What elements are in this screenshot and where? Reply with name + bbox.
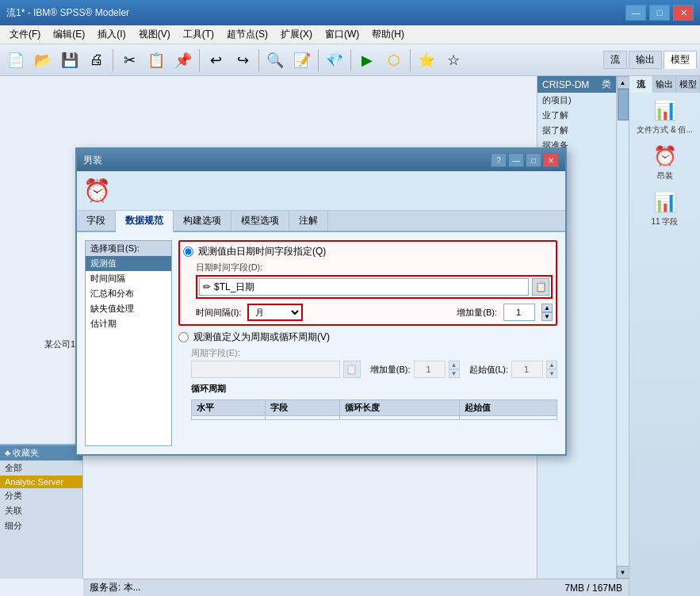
new-button[interactable]: 📄 <box>3 48 29 73</box>
dialog-tab-field[interactable]: 字段 <box>77 211 116 231</box>
dialog-title-bar: 男装 ? — □ ✕ <box>77 149 565 171</box>
date-field-input[interactable]: ✏ $TL_日期 <box>199 278 529 296</box>
increment-up-button[interactable]: ▲ <box>541 304 553 312</box>
dialog-tab-annotation[interactable]: 注解 <box>289 211 328 231</box>
menu-help[interactable]: 帮助(H) <box>365 26 411 43</box>
list-item-observe[interactable]: 观测值 <box>86 256 171 271</box>
dialog-left-list: 选择项目(S): 观测值 时间间隔 汇总和分布 缺失值处理 估计期 <box>85 240 172 446</box>
list-item-time-interval[interactable]: 时间间隔 <box>86 271 171 286</box>
cycle-table: 水平 字段 循环长度 起始值 <box>191 399 557 420</box>
dialog-tab-data-spec[interactable]: 数据规范 <box>116 211 174 232</box>
star-button[interactable]: ⭐ <box>414 48 439 73</box>
date-field-button[interactable]: 📋 <box>532 278 549 296</box>
tab-model[interactable]: 模型 <box>664 51 697 69</box>
menu-supernode[interactable]: 超节点(S) <box>220 26 274 43</box>
paste-button[interactable]: 📌 <box>170 48 196 73</box>
menu-window[interactable]: 窗口(W) <box>319 26 365 43</box>
copy-button[interactable]: 📋 <box>143 48 169 73</box>
save-button[interactable]: 💾 <box>57 48 82 73</box>
radio-row-1: 观测值由日期时间字段指定(Q) <box>183 245 553 258</box>
dialog-title-buttons[interactable]: ? — □ ✕ <box>491 153 559 167</box>
cut-button[interactable]: ✂ <box>117 48 142 73</box>
col-field: 字段 <box>266 400 339 416</box>
time-interval-label: 时间间隔(I): <box>196 307 241 319</box>
start-input <box>511 361 543 378</box>
menu-view[interactable]: 视图(V) <box>132 26 177 43</box>
dialog-overlay: 男装 ? — □ ✕ ⏰ 字段 数据规范 构建选项 <box>0 76 629 596</box>
increment-label: 增加量(B): <box>457 307 497 319</box>
col-level: 水平 <box>192 400 266 416</box>
tab-output[interactable]: 输出 <box>629 51 662 69</box>
tab-output[interactable]: 输出 <box>653 76 677 93</box>
toolbar-separator-2 <box>199 49 200 71</box>
list-item-estimate[interactable]: 估计期 <box>86 316 171 331</box>
period-field-row: 📋 增加量(B): ▲ ▼ 起始值(L): ▲ <box>191 361 557 378</box>
radio-observe-period[interactable] <box>178 332 189 342</box>
radio-observe-date[interactable] <box>183 246 193 257</box>
menu-tools[interactable]: 工具(T) <box>177 26 220 43</box>
list-item-missing[interactable]: 缺失值处理 <box>86 301 171 316</box>
radio-row-2: 观测值定义为周期或循环周期(V) <box>178 330 557 344</box>
increment-down-button[interactable]: ▼ <box>541 312 553 321</box>
table-row <box>192 416 557 420</box>
gem-button[interactable]: 💎 <box>322 48 347 73</box>
start-label: 起始值(L): <box>469 364 509 376</box>
tab-flow[interactable]: 流 <box>603 51 627 69</box>
col-cycle-length: 循环长度 <box>339 400 460 416</box>
title-bar-controls[interactable]: — □ ✕ <box>625 5 694 21</box>
search-button[interactable]: 🔍 <box>262 48 288 73</box>
menu-file[interactable]: 文件(F) <box>3 26 47 43</box>
start-inc-up: ▲ <box>546 361 557 369</box>
toolbar-separator-6 <box>410 49 411 71</box>
menu-extension[interactable]: 扩展(X) <box>274 26 319 43</box>
dialog-minimize-button[interactable]: — <box>508 153 524 167</box>
tab-model[interactable]: 模型 <box>676 76 700 93</box>
dialog-close-button[interactable]: ✕ <box>543 153 559 167</box>
dialog-nanzhuang: 男装 ? — □ ✕ ⏰ 字段 数据规范 构建选项 <box>75 147 567 456</box>
dialog-help-button[interactable]: ? <box>491 153 507 167</box>
radio-observe-period-label: 观测值定义为周期或循环周期(V) <box>193 330 330 344</box>
list-item-aggregate[interactable]: 汇总和分布 <box>86 286 171 301</box>
fileformat-label: 文件方式 & 佰... <box>637 124 693 136</box>
right-panel: 流 输出 模型 📊 文件方式 & 佰... ⏰ 昂装 📊 11 字段 <box>629 76 700 596</box>
window-title: 流1* - IBM® SPSS® Modeler <box>6 6 625 20</box>
maximize-button[interactable]: □ <box>649 5 670 21</box>
dialog-icon-area: ⏰ <box>77 171 565 211</box>
dialog-tabs: 字段 数据规范 构建选项 模型选项 注解 <box>77 211 565 232</box>
print-button[interactable]: 🖨 <box>84 48 109 73</box>
mode-icon: ⏰ <box>651 142 679 170</box>
menu-bar: 文件(F) 编辑(E) 插入(I) 视图(V) 工具(T) 超节点(S) 扩展(… <box>0 25 700 44</box>
minimize-button[interactable]: — <box>625 5 646 21</box>
stop-button[interactable]: ⬡ <box>381 48 407 73</box>
undo-button[interactable]: ↩ <box>203 48 228 73</box>
run-button[interactable]: ▶ <box>354 48 380 73</box>
radio-observe-date-label: 观测值由日期时间字段指定(Q) <box>198 245 326 258</box>
bookmark-button[interactable]: ☆ <box>441 48 466 73</box>
canvas-area[interactable]: 📄 某公司10年间服装销售数据.sav填充 ⊕ 类型 🕐 <box>0 76 629 596</box>
dialog-tab-model-options[interactable]: 模型选项 <box>231 211 289 231</box>
panel-item-fields[interactable]: 📊 11 字段 <box>633 188 697 227</box>
section-label: 选择项目(S): <box>86 241 171 256</box>
dialog-maximize-button[interactable]: □ <box>526 153 541 167</box>
edit2-button[interactable]: 📝 <box>289 48 315 73</box>
period-field-label: 周期字段(E): <box>191 347 557 359</box>
increment-input[interactable] <box>503 304 535 321</box>
date-field-row: ✏ $TL_日期 📋 <box>196 275 553 299</box>
panel-item-fileformat[interactable]: 📊 文件方式 & 佰... <box>633 96 697 136</box>
toolbar: 📄 📂 💾 🖨 ✂ 📋 📌 ↩ ↪ 🔍 📝 💎 ▶ ⬡ ⭐ ☆ 流 输出 模型 <box>0 44 700 76</box>
right-panel-content: 📊 文件方式 & 佰... ⏰ 昂装 📊 11 字段 <box>629 93 700 596</box>
open-button[interactable]: 📂 <box>30 48 55 73</box>
observe-as-period-section: 观测值定义为周期或循环周期(V) 周期字段(E): 📋 增加量(B): <box>178 330 557 420</box>
toolbar-separator-3 <box>258 49 259 71</box>
tab-flow[interactable]: 流 <box>629 76 653 93</box>
close-button[interactable]: ✕ <box>673 5 694 21</box>
dialog-right-content: 观测值由日期时间字段指定(Q) 日期时间字段(D): ✏ $TL_日期 📋 <box>178 240 557 446</box>
menu-edit[interactable]: 编辑(E) <box>47 26 91 43</box>
panel-item-mode[interactable]: ⏰ 昂装 <box>633 142 697 181</box>
dialog-tab-build[interactable]: 构建选项 <box>174 211 231 231</box>
time-interval-select[interactable]: 月 年 季度 周 天 <box>247 304 303 321</box>
menu-insert[interactable]: 插入(I) <box>91 26 132 43</box>
cycle-section-label: 循环周期 <box>191 383 557 395</box>
redo-button[interactable]: ↪ <box>230 48 255 73</box>
toolbar-separator-4 <box>318 49 319 71</box>
